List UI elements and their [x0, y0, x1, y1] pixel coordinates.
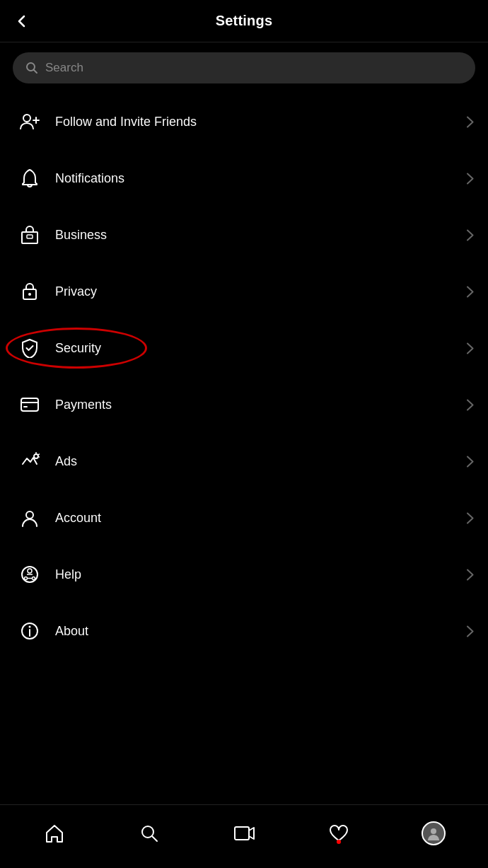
privacy-icon: [14, 282, 45, 301]
privacy-chevron: [467, 286, 474, 298]
about-icon: [14, 621, 45, 641]
follow-chevron: [467, 116, 474, 128]
search-bar[interactable]: Search: [13, 52, 475, 83]
svg-point-21: [25, 577, 28, 580]
privacy-label: Privacy: [55, 284, 467, 299]
account-icon: [14, 508, 45, 528]
svg-point-12: [34, 454, 38, 458]
page-title: Settings: [216, 13, 273, 29]
security-chevron: [467, 342, 474, 354]
account-chevron: [467, 512, 474, 524]
business-icon: [14, 225, 45, 245]
profile-avatar: [422, 821, 446, 845]
payments-chevron: [467, 399, 474, 411]
follow-label: Follow and Invite Friends: [55, 115, 467, 129]
search-placeholder: Search: [45, 61, 83, 75]
header: Settings: [0, 0, 488, 42]
help-label: Help: [55, 567, 467, 582]
back-button[interactable]: [14, 13, 30, 29]
nav-item-home[interactable]: [7, 823, 102, 843]
menu-item-privacy[interactable]: Privacy: [0, 263, 488, 320]
svg-rect-5: [22, 232, 37, 243]
svg-rect-9: [21, 398, 38, 411]
search-container: Search: [0, 42, 488, 93]
menu-item-follow[interactable]: Follow and Invite Friends: [0, 93, 488, 150]
svg-point-8: [28, 293, 31, 296]
menu-item-help[interactable]: Help: [0, 546, 488, 603]
svg-point-26: [29, 626, 31, 628]
menu-list: Follow and Invite Friends Notifications: [0, 93, 488, 804]
search-icon: [25, 62, 38, 74]
nav-item-profile[interactable]: [386, 821, 481, 845]
ads-icon: [14, 451, 45, 471]
svg-point-2: [23, 115, 30, 122]
home-icon: [45, 823, 64, 843]
search-nav-icon: [139, 823, 159, 843]
payments-label: Payments: [55, 398, 467, 412]
menu-item-ads[interactable]: Ads: [0, 433, 488, 490]
svg-point-30: [431, 828, 436, 834]
ads-label: Ads: [55, 454, 467, 469]
menu-item-account[interactable]: Account: [0, 490, 488, 546]
svg-line-14: [38, 454, 40, 456]
svg-rect-29: [235, 827, 249, 840]
payments-icon: [14, 397, 45, 412]
notifications-chevron: [467, 173, 474, 185]
svg-point-22: [33, 577, 35, 580]
notifications-label: Notifications: [55, 171, 467, 186]
help-chevron: [467, 569, 474, 581]
about-label: About: [55, 624, 467, 639]
svg-line-28: [153, 836, 158, 841]
security-icon: [14, 338, 45, 358]
ads-chevron: [467, 456, 474, 468]
svg-point-27: [142, 826, 153, 838]
svg-rect-6: [27, 235, 33, 238]
about-chevron: [467, 625, 474, 637]
menu-item-business[interactable]: Business: [0, 207, 488, 263]
menu-item-payments[interactable]: Payments: [0, 376, 488, 433]
nav-item-search[interactable]: [102, 823, 197, 843]
security-label: Security: [55, 341, 467, 356]
business-label: Business: [55, 228, 467, 243]
business-chevron: [467, 229, 474, 241]
bottom-navigation: [0, 804, 488, 868]
account-label: Account: [55, 511, 467, 526]
notifications-icon: [14, 168, 45, 188]
video-icon: [233, 823, 255, 843]
svg-point-16: [26, 511, 33, 519]
menu-item-notifications[interactable]: Notifications: [0, 150, 488, 207]
help-icon: [14, 565, 45, 584]
menu-item-security[interactable]: Security: [0, 320, 488, 376]
menu-item-about[interactable]: About: [0, 603, 488, 659]
activity-notification-dot: [337, 840, 341, 844]
nav-item-activity[interactable]: [291, 824, 386, 843]
svg-line-1: [34, 70, 37, 74]
nav-item-video[interactable]: [197, 823, 291, 843]
follow-icon: [14, 112, 45, 132]
svg-point-18: [28, 569, 32, 573]
